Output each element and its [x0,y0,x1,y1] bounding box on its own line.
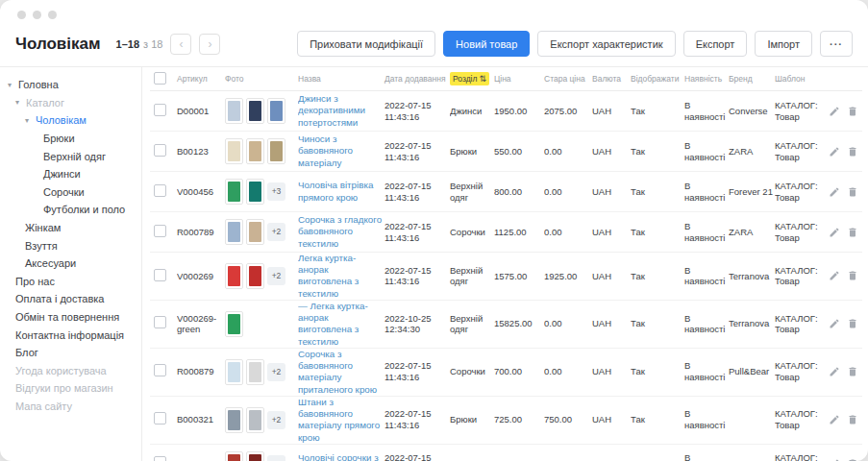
product-name-link[interactable]: Штани з бавовняного матеріалу прямого кр… [298,397,380,443]
edit-icon[interactable] [829,366,840,377]
delete-icon[interactable] [847,270,858,281]
template-cell: КАТАЛОГ: Товар [775,140,825,163]
col-brand[interactable]: Бренд [729,74,773,84]
sidebar-item[interactable]: ▾Головна [0,76,141,94]
col-display[interactable]: Відображати [631,74,682,84]
product-photo [225,311,243,337]
section-cell: Верхній одяг [450,313,492,336]
delete-icon[interactable] [847,186,858,198]
actions-cell [827,366,862,377]
col-currency[interactable]: Валюта [592,74,629,84]
delete-icon[interactable] [847,318,858,329]
date-cell: 2022-07-1511:43:16 [384,181,448,204]
delete-icon[interactable] [847,227,858,238]
row-checkbox[interactable] [154,144,166,157]
sku-cell: R000789 [177,227,223,238]
name-cell: Чоловічі сорочки з легкого текстилю [298,452,383,461]
col-availability[interactable]: Наявність [684,74,727,84]
display-cell: Так [631,106,682,117]
row-checkbox[interactable] [154,184,166,197]
select-all-checkbox[interactable] [154,72,166,85]
header-actions: Приховати модифікації Новий товар Експор… [297,31,853,57]
row-checkbox[interactable] [154,269,166,281]
sidebar-item[interactable]: Джинси [0,165,141,183]
time-value: 12:34:30 [384,324,448,335]
edit-icon[interactable] [829,227,840,238]
col-template[interactable]: Шаблон [775,74,825,84]
sidebar-item[interactable]: Обмін та повернення [0,308,141,327]
row-checkbox[interactable] [154,456,166,461]
delete-icon[interactable] [847,106,858,117]
product-name-link[interactable]: Джинси з декоративними потертостями [298,93,365,127]
sidebar-item[interactable]: Футболки и поло [0,201,141,219]
col-price[interactable]: Ціна [494,74,542,84]
old-price-cell: 1925.00 [544,271,590,282]
product-name-link[interactable]: — Легка куртка-анорак виготовлена з текс… [298,301,368,347]
sidebar-item[interactable]: Верхній одяг [0,147,141,165]
edit-icon[interactable] [829,318,840,329]
prev-page-button[interactable]: ‹ [170,34,191,55]
sidebar-item[interactable]: Сорочки [0,183,141,202]
sidebar-item-label: Взуття [25,240,58,252]
sidebar-item[interactable]: Контактна інформація [0,326,141,344]
delete-icon[interactable] [847,146,858,158]
col-photo[interactable]: Фото [225,74,296,84]
product-name-link[interactable]: Сорочка з гладкого бавовняного текстилю [298,214,382,248]
sidebar-item[interactable]: Аксесуари [0,255,141,273]
edit-icon[interactable] [829,270,840,281]
row-checkbox[interactable] [154,104,166,116]
sidebar-item[interactable]: Жінкам [0,219,141,237]
window-control-dot [17,11,26,19]
availability-cell: В наявності [684,360,727,383]
product-name-link[interactable]: Сорочка з бавовняного матеріалу притален… [298,349,377,395]
sidebar-item[interactable]: Оплата і доставка [0,290,141,308]
new-product-button[interactable]: Новий товар [443,31,530,57]
col-old-price[interactable]: Стара ціна [544,74,590,84]
product-photo [225,98,243,124]
delete-icon[interactable] [847,366,858,377]
export-characteristics-button[interactable]: Експорт характеристик [537,31,675,57]
product-name-link[interactable]: Чоловіча вітрівка прямого крою [298,180,373,202]
export-button[interactable]: Експорт [683,31,748,57]
sidebar-item[interactable]: Угода користувача [0,362,141,380]
row-checkbox[interactable] [154,364,166,376]
product-name-link[interactable]: Чоловічі сорочки з легкого текстилю [298,452,379,461]
sidebar-item[interactable]: Взуття [0,236,141,255]
sidebar-item[interactable]: Відгуки про магазин [0,379,141,398]
sort-icon[interactable]: ⇅ [479,74,486,84]
photo-cell: +3 [225,179,296,205]
date-cell: 2022-10-2512:34:30 [384,313,448,336]
product-photo [225,451,243,461]
edit-icon[interactable] [829,186,840,198]
product-photo [246,98,264,124]
col-section[interactable]: Розділ⇅ [450,72,492,85]
sidebar-item[interactable]: Мапа сайту [0,398,141,416]
row-checkbox[interactable] [154,412,166,425]
section-cell: Джинси [450,106,492,117]
delete-icon[interactable] [847,414,858,425]
hide-modifications-button[interactable]: Приховати модифікації [297,31,435,57]
product-name-link[interactable]: Чиноси з бавовняного матеріалу [298,133,353,167]
product-name-link[interactable]: Легка куртка-анорак виготовлена з тексти… [298,253,359,299]
row-checkbox[interactable] [154,225,166,237]
section-cell: Сорочки [450,366,492,377]
edit-icon[interactable] [829,414,840,425]
col-date[interactable]: Дата додавання [384,74,448,84]
col-sku[interactable]: Артикул [177,74,223,84]
sidebar-item[interactable]: ▾Каталог [0,94,141,112]
import-button[interactable]: Імпорт [755,31,812,57]
template-cell: КАТАЛОГ: Товар [775,313,825,336]
sidebar-item[interactable]: Про нас [0,273,141,291]
edit-icon[interactable] [829,106,840,117]
sidebar-item[interactable]: Блог [0,344,141,362]
date-cell: 2022-07-1511:43:16 [384,408,448,431]
next-page-button[interactable]: › [199,34,220,55]
section-cell: Сорочки [450,227,492,238]
row-checkbox[interactable] [154,316,166,328]
sidebar-item[interactable]: ▾Чоловікам [0,111,141,130]
edit-icon[interactable] [829,146,840,158]
col-name[interactable]: Назва [298,74,383,84]
availability-cell: В наявності [684,140,727,163]
sidebar-item[interactable]: Брюки [0,130,141,148]
more-actions-button[interactable]: ··· [820,31,853,57]
